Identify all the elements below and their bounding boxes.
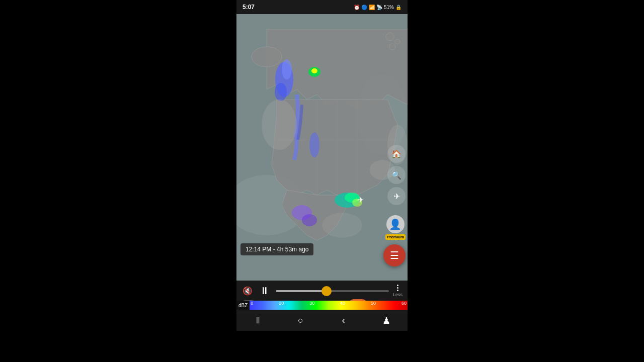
progress-bar[interactable] [276, 290, 389, 292]
bottom-controls: 🔇 ⏸ Less My location [236, 281, 408, 331]
status-bar: 5:07 ⏰ 🔵 📶 📡 51% 🔒 [236, 0, 408, 14]
playback-row: 🔇 ⏸ Less [236, 281, 408, 297]
more-dot-3 [397, 290, 398, 291]
alarm-icon: ⏰ [354, 5, 360, 10]
nav-home-icon: ○ [298, 315, 303, 326]
nav-menu-button[interactable]: ⦀ [248, 311, 268, 331]
progress-fill [276, 290, 327, 292]
wifi-icon: 📶 [369, 5, 375, 10]
legend-val-0: 0 [251, 301, 253, 306]
signal-icon: 📡 [376, 5, 382, 10]
nav-accessibility-button[interactable]: ♟ [376, 311, 396, 331]
svg-point-27 [389, 44, 395, 50]
timestamp-text: 12:14 PM - 4h 53m ago [246, 246, 308, 253]
svg-point-26 [395, 39, 400, 44]
legend-bar: dBZ 0 20 30 40 50 60 [236, 301, 408, 310]
svg-point-25 [386, 33, 394, 41]
legend-val-20: 20 [279, 301, 284, 306]
mute-button[interactable]: 🔇 [242, 286, 254, 296]
legend-unit: dBZ [236, 301, 250, 310]
svg-point-12 [311, 68, 317, 73]
plane-button[interactable]: ✈ [387, 187, 406, 205]
legend-val-40: 40 [340, 301, 345, 306]
pause-icon: ⏸ [260, 285, 270, 296]
svg-point-13 [309, 132, 319, 157]
more-label: Less [393, 292, 403, 297]
home-button[interactable]: 🏠 [387, 145, 406, 163]
legend-val-50: 50 [371, 301, 376, 306]
menu-fab[interactable]: ☰ [383, 244, 406, 266]
legend-val-30: 30 [309, 301, 314, 306]
progress-thumb[interactable] [321, 286, 332, 296]
mute-icon: 🔇 [243, 287, 253, 295]
phone-container: 5:07 ⏰ 🔵 📶 📡 51% 🔒 [236, 0, 408, 362]
pause-button[interactable]: ⏸ [258, 285, 272, 297]
battery-percent: 51% [384, 5, 394, 10]
premium-button[interactable]: 👤 Premium [385, 215, 406, 240]
premium-label: Premium [385, 234, 406, 240]
svg-point-22 [322, 213, 362, 238]
map-svg: ✈ [236, 14, 408, 281]
battery-icon: 🔒 [395, 5, 401, 10]
bottom-nav: ⦀ ○ ‹ ♟ [236, 310, 408, 331]
svg-point-9 [282, 59, 292, 79]
avatar: 👤 [386, 215, 405, 233]
status-time: 5:07 [243, 4, 255, 11]
status-icons: ⏰ 🔵 📶 📡 51% 🔒 [354, 5, 401, 10]
timestamp-tooltip: 12:14 PM - 4h 53m ago [240, 243, 313, 255]
nav-accessibility-icon: ♟ [382, 315, 390, 326]
nav-home-button[interactable]: ○ [291, 311, 311, 331]
nav-back-button[interactable]: ‹ [334, 311, 354, 331]
side-toolbar: 🏠 🔍 ✈ [387, 145, 406, 205]
search-button[interactable]: 🔍 [387, 166, 406, 184]
svg-point-14 [262, 100, 297, 150]
more-button[interactable]: Less [393, 285, 403, 297]
more-dot-2 [397, 287, 398, 289]
nav-menu-icon: ⦀ [256, 315, 260, 326]
svg-point-24 [252, 47, 282, 67]
svg-point-10 [275, 83, 287, 101]
legend-val-60: 60 [401, 301, 407, 306]
menu-icon: ☰ [390, 249, 399, 261]
bluetooth-icon: 🔵 [361, 5, 367, 10]
svg-text:✈: ✈ [357, 196, 364, 204]
svg-point-20 [302, 214, 317, 226]
nav-back-icon: ‹ [342, 315, 345, 326]
more-dot-1 [397, 285, 398, 286]
map-area[interactable]: ✈ 🏠 🔍 ✈ [236, 14, 408, 281]
